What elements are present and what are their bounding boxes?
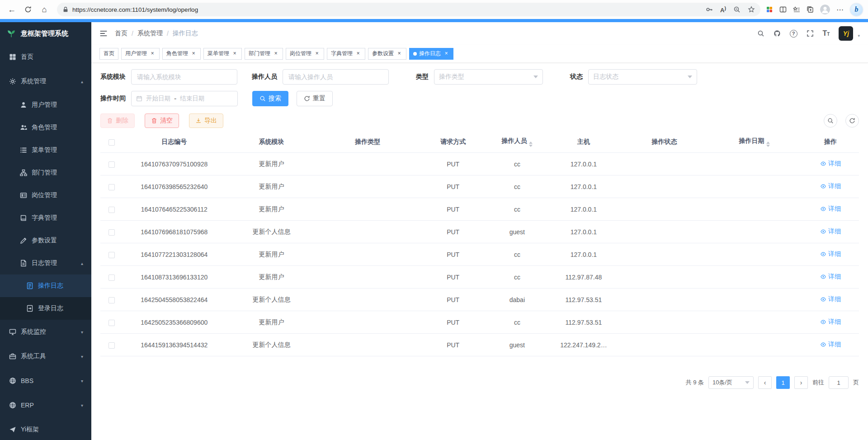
font-size-icon[interactable]: TT (823, 29, 830, 38)
breadcrumb-system[interactable]: 系统管理 (137, 29, 163, 38)
tab-param-settings[interactable]: 参数设置× (368, 48, 406, 60)
detail-link[interactable]: 详细 (820, 205, 841, 213)
tab-close-icon[interactable]: × (314, 51, 320, 57)
sidebar-item-dict-mgmt[interactable]: 字典管理 (0, 207, 91, 229)
help-icon[interactable]: ? (790, 30, 797, 38)
favorites-add-icon[interactable] (748, 6, 755, 13)
sidebar-item-menu-mgmt[interactable]: 菜单管理 (0, 139, 91, 161)
sidebar-item-post-mgmt[interactable]: 岗位管理 (0, 184, 91, 207)
extension-icon[interactable] (766, 6, 773, 13)
detail-link[interactable]: 详细 (820, 227, 841, 236)
favorites-bar-icon[interactable] (793, 6, 800, 13)
tab-close-icon[interactable]: × (273, 51, 279, 57)
tab-dept-mgmt[interactable]: 部门管理× (245, 48, 283, 60)
row-checkbox[interactable] (108, 342, 115, 349)
sort-icons[interactable] (766, 142, 770, 147)
tab-close-icon[interactable]: × (149, 51, 156, 57)
module-input[interactable] (131, 69, 237, 85)
operator-input[interactable] (283, 69, 389, 85)
row-checkbox[interactable] (108, 207, 115, 213)
sidebar-item-user-mgmt[interactable]: 用户管理 (0, 94, 91, 116)
browser-profile-avatar[interactable] (820, 5, 830, 14)
row-checkbox[interactable] (108, 184, 115, 190)
read-aloud-icon[interactable]: A) (720, 5, 726, 14)
sidebar-item-operlog[interactable]: 操作日志 (0, 274, 91, 297)
clear-button[interactable]: 清空 (145, 114, 179, 128)
tab-close-icon[interactable]: × (396, 51, 402, 57)
github-icon[interactable] (774, 30, 781, 37)
column-header-operator[interactable]: 操作人员 (489, 132, 546, 153)
status-select[interactable]: 日志状态 (588, 69, 697, 85)
tab-post-mgmt[interactable]: 岗位管理× (286, 48, 324, 60)
browser-menu-icon[interactable]: ⋯ (836, 5, 844, 14)
next-page-button[interactable]: › (794, 376, 808, 389)
tab-home[interactable]: 首页 (99, 48, 118, 60)
sidebar-item-bbs[interactable]: BBS ▾ (0, 369, 91, 393)
column-header-date[interactable]: 操作日期 (707, 132, 802, 153)
copilot-icon[interactable]: b (850, 4, 863, 16)
detail-link[interactable]: 详细 (820, 273, 841, 281)
tab-close-icon[interactable]: × (355, 51, 361, 57)
breadcrumb-home[interactable]: 首页 (115, 29, 127, 38)
sidebar-item-erp[interactable]: ERP ▾ (0, 393, 91, 417)
toggle-search-button[interactable] (824, 114, 837, 128)
page-number-1[interactable]: 1 (776, 376, 790, 389)
tab-close-icon[interactable]: × (231, 51, 238, 57)
sidebar-item-dept-mgmt[interactable]: 部门管理 (0, 161, 91, 184)
address-bar[interactable]: https://ccnetcore.com:1101/system/log/op… (57, 3, 760, 16)
fullscreen-icon[interactable] (807, 30, 814, 37)
detail-link[interactable]: 详细 (820, 341, 841, 349)
tab-close-icon[interactable]: × (190, 51, 197, 57)
chevron-down-icon (533, 76, 538, 78)
browser-refresh-icon[interactable] (21, 2, 35, 17)
home-icon[interactable]: ⌂ (37, 2, 52, 17)
reset-button[interactable]: 重置 (297, 91, 333, 106)
page-size-select[interactable]: 10条/页 (708, 376, 754, 389)
prev-page-button[interactable]: ‹ (758, 376, 772, 389)
split-screen-icon[interactable] (779, 6, 787, 13)
sidebar-item-system[interactable]: 系统管理 ▴ (0, 69, 91, 94)
sidebar-item-param-settings[interactable]: 参数设置 (0, 229, 91, 252)
select-all-checkbox[interactable] (108, 139, 115, 146)
search-button[interactable]: 搜索 (252, 91, 288, 106)
sidebar-item-loginlog[interactable]: 登录日志 (0, 297, 91, 320)
tab-operlog[interactable]: 操作日志× (409, 48, 453, 60)
detail-link[interactable]: 详细 (820, 250, 841, 258)
row-checkbox[interactable] (108, 161, 115, 168)
type-select[interactable]: 操作类型 (434, 69, 543, 85)
row-checkbox[interactable] (108, 320, 115, 326)
back-icon[interactable]: ← (5, 2, 19, 17)
tab-dict-mgmt[interactable]: 字典管理× (327, 48, 365, 60)
sidebar-item-yi-framework[interactable]: Yi框架 (0, 417, 91, 440)
chevron-down-icon[interactable]: ▾ (858, 33, 860, 41)
tab-role-mgmt[interactable]: 角色管理× (162, 48, 201, 60)
detail-link[interactable]: 详细 (820, 318, 841, 326)
goto-page-input[interactable] (829, 376, 849, 389)
sidebar-item-tools[interactable]: 系统工具 ▾ (0, 344, 91, 369)
user-avatar[interactable]: Yj (839, 26, 853, 41)
password-key-icon[interactable] (706, 6, 713, 13)
sidebar-item-monitor[interactable]: 系统监控 ▾ (0, 320, 91, 344)
refresh-table-button[interactable] (845, 114, 859, 128)
sidebar-item-home[interactable]: 首页 (0, 45, 91, 69)
delete-button[interactable]: 删除 (100, 114, 135, 128)
detail-link[interactable]: 详细 (820, 295, 841, 303)
tab-user-mgmt[interactable]: 用户管理× (121, 48, 160, 60)
row-checkbox[interactable] (108, 252, 115, 258)
tab-close-icon[interactable]: × (443, 51, 449, 57)
sidebar-item-role-mgmt[interactable]: 角色管理 (0, 116, 91, 139)
date-range-picker[interactable]: 开始日期 - 结束日期 (131, 91, 238, 106)
sidebar-toggle[interactable] (99, 29, 108, 38)
detail-link[interactable]: 详细 (820, 182, 841, 190)
search-icon[interactable] (757, 30, 764, 37)
sort-icons[interactable] (529, 142, 533, 147)
row-checkbox[interactable] (108, 297, 115, 303)
export-button[interactable]: 导出 (189, 114, 223, 128)
collections-icon[interactable] (807, 6, 814, 13)
row-checkbox[interactable] (108, 274, 115, 281)
tab-menu-mgmt[interactable]: 菜单管理× (203, 48, 242, 60)
zoom-out-icon[interactable] (733, 6, 741, 13)
row-checkbox[interactable] (108, 229, 115, 236)
detail-link[interactable]: 详细 (820, 160, 841, 168)
sidebar-item-log-mgmt[interactable]: 日志管理 ▴ (0, 252, 91, 274)
